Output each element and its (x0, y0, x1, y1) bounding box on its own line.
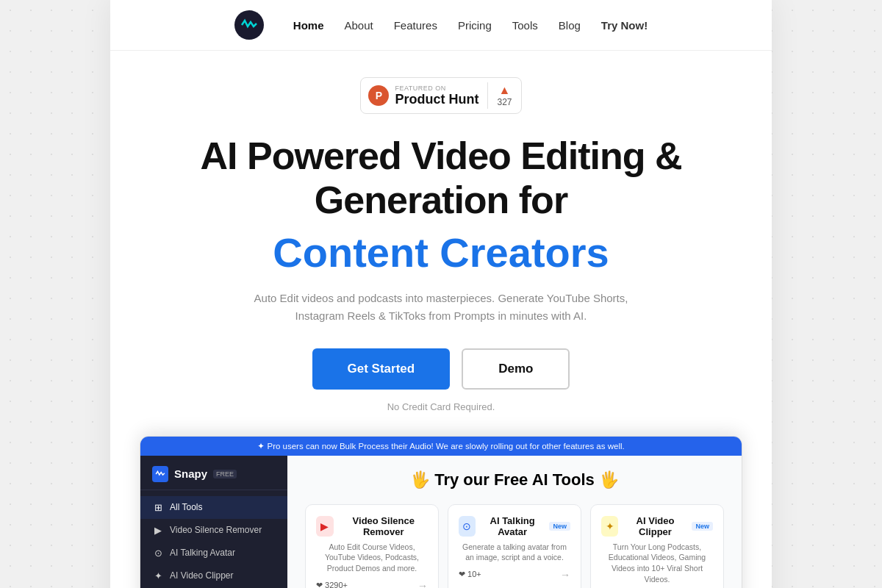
tool-footer: ❤ 10+ → (459, 569, 570, 581)
tool-icon-ai-avatar: ⊙ (459, 516, 476, 537)
tool-card-video-silence[interactable]: ▶ Video Silence Remover Auto Edit Course… (305, 504, 439, 588)
tool-title: AI Video Clipper (624, 515, 686, 537)
no-credit-card-text: No Credit Card Required. (387, 401, 495, 412)
nav-features[interactable]: Features (394, 19, 437, 32)
hero-headline: AI Powered Video Editing & Generation fo… (201, 135, 682, 223)
sidebar-item-all-tools[interactable]: ⊞ All Tools (140, 496, 287, 519)
headline-line1: AI Powered Video Editing & (201, 135, 682, 177)
logo[interactable] (234, 10, 264, 40)
nav-about[interactable]: About (345, 19, 373, 32)
all-tools-icon: ⊞ (152, 502, 164, 513)
ph-text: FEATURED ON Product Hunt (395, 85, 478, 107)
navbar: Home About Features Pricing Tools Blog T… (110, 0, 772, 51)
sidebar-item-label: AI Talking Avatar (170, 548, 235, 558)
product-hunt-badge[interactable]: P FEATURED ON Product Hunt ▲ 327 (360, 77, 521, 114)
app-body: Snapy FREE ⊞ All Tools ▶ Video Silence R… (140, 456, 742, 588)
ph-logo-icon: P (368, 85, 389, 106)
ph-product-name: Product Hunt (395, 92, 478, 107)
tool-card-header: ✦ AI Video Clipper New (601, 515, 713, 537)
tool-icon-video-silence: ▶ (316, 516, 334, 537)
tool-desc: Turn Your Long Podcasts, Educational Vid… (601, 542, 713, 585)
tool-title: AI Talking Avatar (481, 515, 544, 537)
video-silence-icon: ▶ (152, 525, 164, 536)
hero-headline-blue: Content Creators (273, 229, 609, 276)
nav-links: Home About Features Pricing Tools Blog T… (293, 19, 648, 32)
sidebar-menu: ⊞ All Tools ▶ Video Silence Remover ⊙ AI… (140, 490, 287, 588)
ph-upvote-arrow-icon: ▲ (499, 84, 511, 97)
hero-section: P FEATURED ON Product Hunt ▲ 327 AI Powe… (110, 51, 772, 588)
headline-line2: Generation for (315, 179, 567, 221)
ph-featured-label: FEATURED ON (395, 85, 445, 92)
cta-buttons: Get Started Demo (312, 348, 570, 390)
ph-upvote-count: 327 (497, 97, 512, 107)
tool-title: Video Silence Remover (340, 515, 429, 537)
ph-divider (487, 82, 488, 109)
tool-desc: Auto Edit Course Videos, YouTube Videos,… (316, 542, 428, 574)
tool-arrow-icon: → (417, 580, 428, 588)
ai-video-clipper-icon: ✦ (152, 570, 164, 581)
app-screenshot: ✦ Pro users can now Bulk Process their A… (140, 436, 742, 588)
nav-try-now[interactable]: Try Now! (601, 19, 648, 32)
ai-talking-avatar-icon: ⊙ (152, 548, 164, 559)
sidebar-brand-name: Snapy (174, 467, 207, 480)
new-badge: New (692, 522, 713, 531)
tools-grid: ▶ Video Silence Remover Auto Edit Course… (305, 504, 724, 588)
app-main-content: 🖐 Try our Free AI Tools 🖐 ▶ Video Silenc… (287, 456, 742, 588)
ph-upvote: ▲ 327 (497, 84, 512, 107)
sidebar-item-ai-talking-avatar[interactable]: ⊙ AI Talking Avatar (140, 542, 287, 564)
tool-icon-ai-clipper: ✦ (601, 516, 618, 537)
app-topbar: ✦ Pro users can now Bulk Process their A… (140, 437, 742, 456)
demo-button[interactable]: Demo (462, 348, 570, 390)
get-started-button[interactable]: Get Started (312, 348, 451, 390)
tool-card-ai-avatar[interactable]: ⊙ AI Talking Avatar New Generate a talki… (448, 504, 581, 588)
tool-desc: Generate a talking avatar from an image,… (459, 542, 570, 563)
tool-card-ai-clipper[interactable]: ✦ AI Video Clipper New Turn Your Long Po… (590, 504, 724, 588)
app-main-title: 🖐 Try our Free AI Tools 🖐 (305, 470, 724, 490)
nav-pricing[interactable]: Pricing (458, 19, 492, 32)
sidebar-free-badge: FREE (213, 470, 237, 478)
tool-card-header: ⊙ AI Talking Avatar New (459, 515, 570, 537)
app-sidebar: Snapy FREE ⊞ All Tools ▶ Video Silence R… (140, 456, 287, 588)
sidebar-item-label: Video Silence Remover (170, 525, 262, 535)
hero-subheadline: Auto Edit videos and podcasts into maste… (250, 290, 632, 325)
sidebar-item-label: All Tools (170, 502, 202, 512)
sidebar-item-ai-video-clipper[interactable]: ✦ AI Video Clipper (140, 564, 287, 587)
sidebar-item-video-silence[interactable]: ▶ Video Silence Remover (140, 519, 287, 542)
sidebar-header: Snapy FREE (140, 456, 287, 490)
tool-likes: ❤ 10+ (459, 570, 481, 579)
tool-card-header: ▶ Video Silence Remover (316, 515, 428, 537)
nav-blog[interactable]: Blog (559, 19, 581, 32)
tool-likes: ❤ 3290+ (316, 581, 348, 588)
new-badge: New (549, 522, 570, 531)
sidebar-logo-icon (152, 466, 168, 482)
sidebar-item-label: AI Video Clipper (170, 570, 234, 581)
tool-footer: ❤ 3290+ → (316, 580, 428, 588)
nav-home[interactable]: Home (293, 19, 324, 32)
nav-tools[interactable]: Tools (512, 19, 538, 32)
tool-arrow-icon: → (560, 569, 570, 581)
